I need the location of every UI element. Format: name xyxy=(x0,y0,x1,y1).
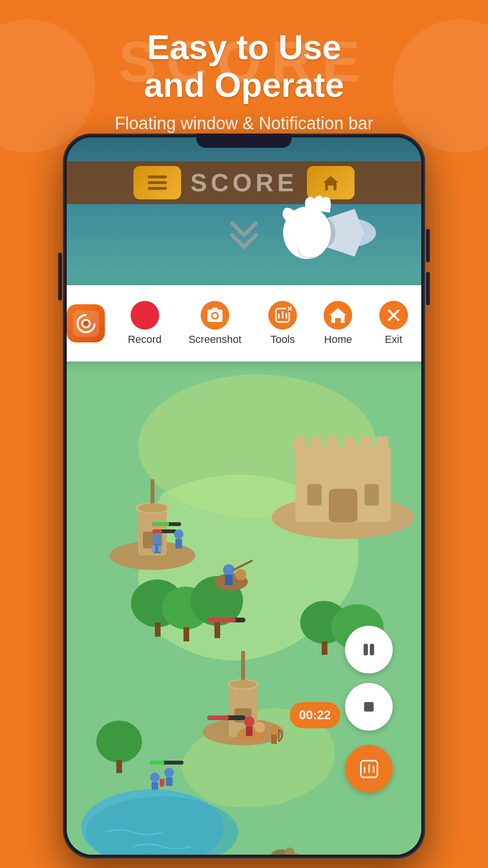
stop-button[interactable] xyxy=(345,683,393,731)
phone-mockup: SCORE xyxy=(63,134,425,858)
home-icon-svg xyxy=(324,301,352,330)
svg-point-81 xyxy=(223,564,234,576)
svg-rect-43 xyxy=(307,484,322,506)
svg-rect-66 xyxy=(152,529,162,533)
exit-icon xyxy=(379,301,408,330)
header-section: Easy to Use and Operate Floating window … xyxy=(0,0,488,148)
svg-rect-106 xyxy=(370,644,374,655)
tools-icon xyxy=(268,301,297,330)
svg-point-8 xyxy=(138,309,152,322)
svg-rect-87 xyxy=(166,777,173,786)
svg-rect-37 xyxy=(310,436,322,451)
svg-rect-36 xyxy=(293,436,305,451)
svg-point-32 xyxy=(138,503,167,513)
svg-rect-105 xyxy=(364,644,368,655)
svg-point-73 xyxy=(152,534,162,544)
game-area-top: SCORE xyxy=(67,137,421,300)
app-logo-svg xyxy=(73,310,99,337)
svg-rect-38 xyxy=(326,436,338,451)
stop-icon xyxy=(359,697,378,716)
header-subtitle: Floating window & Notification bar xyxy=(29,114,459,134)
title-line1: Easy to Use xyxy=(147,28,341,66)
svg-rect-50 xyxy=(214,621,220,638)
svg-point-80 xyxy=(235,569,246,580)
record-label: Record xyxy=(128,333,162,346)
svg-rect-53 xyxy=(322,641,327,655)
svg-rect-78 xyxy=(175,539,182,548)
record-icon-svg xyxy=(135,306,154,325)
home-icon xyxy=(324,301,352,330)
floating-tools-icon xyxy=(356,756,382,782)
screenshot-button[interactable]: Screenshot xyxy=(188,301,241,346)
svg-rect-41 xyxy=(376,436,388,451)
svg-rect-82 xyxy=(225,575,233,585)
svg-point-93 xyxy=(244,716,254,727)
volume-button xyxy=(426,272,430,305)
phone-notch xyxy=(196,134,292,148)
svg-point-3 xyxy=(285,216,328,259)
svg-rect-89 xyxy=(271,734,277,744)
svg-point-92 xyxy=(254,722,265,733)
svg-rect-56 xyxy=(116,760,122,773)
svg-point-7 xyxy=(83,320,89,326)
menu-line-3 xyxy=(148,187,167,190)
chevron-group xyxy=(225,218,263,257)
svg-rect-75 xyxy=(152,545,155,552)
game-menu-button[interactable] xyxy=(133,166,181,199)
screenshot-icon xyxy=(201,301,229,330)
record-button[interactable]: Record xyxy=(128,301,162,346)
svg-rect-40 xyxy=(360,436,372,451)
pause-button[interactable] xyxy=(345,626,393,673)
double-chevron-icon xyxy=(225,218,263,257)
menu-line-2 xyxy=(148,181,167,184)
floating-toolbar: Record Screen xyxy=(67,285,421,362)
hand-svg xyxy=(278,185,383,280)
exit-button[interactable]: Exit xyxy=(379,301,408,346)
svg-rect-70 xyxy=(207,715,229,720)
tools-icon-svg xyxy=(268,301,297,330)
floating-tools-button[interactable] xyxy=(345,745,393,793)
svg-rect-42 xyxy=(329,489,357,522)
power-button xyxy=(426,229,430,262)
menu-lines xyxy=(148,176,167,190)
tools-button[interactable]: Tools xyxy=(268,301,297,346)
pause-icon xyxy=(359,640,378,659)
title-line2: and Operate xyxy=(144,66,344,104)
home-button[interactable]: Home xyxy=(324,301,352,346)
exit-icon-svg xyxy=(379,301,408,330)
svg-point-86 xyxy=(164,768,174,777)
toolbar-items: Record Screen xyxy=(114,301,421,346)
screenshot-icon-svg xyxy=(201,301,229,330)
svg-rect-68 xyxy=(207,618,236,622)
phone-frame: SCORE xyxy=(63,134,425,858)
svg-point-77 xyxy=(174,529,183,539)
svg-rect-48 xyxy=(155,622,161,637)
exit-label: Exit xyxy=(385,333,402,346)
svg-point-55 xyxy=(96,721,142,763)
svg-rect-49 xyxy=(183,627,189,641)
svg-rect-107 xyxy=(364,702,374,712)
tools-label: Tools xyxy=(270,333,295,346)
svg-rect-64 xyxy=(152,522,169,526)
svg-rect-72 xyxy=(150,761,164,765)
svg-rect-39 xyxy=(343,436,355,451)
svg-rect-94 xyxy=(246,726,253,736)
record-icon xyxy=(131,301,159,330)
phone-screen: SCORE xyxy=(67,137,421,855)
volume-left-button xyxy=(58,253,62,300)
game-area-bottom: 00:22 xyxy=(67,362,421,855)
svg-point-88 xyxy=(269,725,279,734)
svg-rect-13 xyxy=(212,308,218,310)
header-title: Easy to Use and Operate xyxy=(29,29,459,104)
hand-graphic xyxy=(278,185,383,282)
svg-rect-76 xyxy=(158,545,162,552)
app-logo xyxy=(67,304,105,342)
svg-point-12 xyxy=(213,313,217,318)
menu-line-1 xyxy=(148,176,167,178)
screenshot-label: Screenshot xyxy=(188,333,241,346)
home-label: Home xyxy=(324,333,352,346)
svg-point-61 xyxy=(230,680,256,689)
svg-rect-44 xyxy=(365,484,379,506)
recording-timer: 00:22 xyxy=(290,702,341,728)
svg-point-84 xyxy=(150,773,160,782)
